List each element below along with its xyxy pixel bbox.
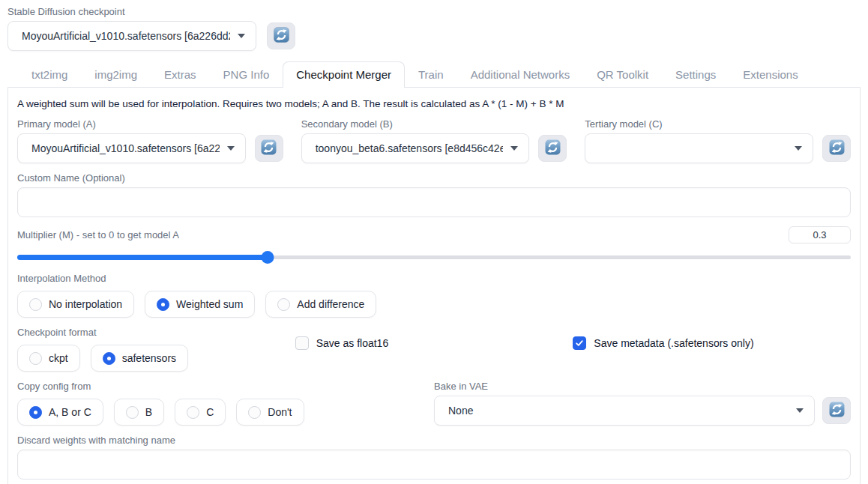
radio-safetensors[interactable]: safetensors <box>91 345 188 372</box>
secondary-model-field: Secondary model (B) toonyou_beta6.safete… <box>301 118 567 163</box>
chevron-down-icon <box>795 146 802 151</box>
primary-model-field: Primary model (A) MoyouArtificial_v1010.… <box>17 118 283 163</box>
secondary-model-label: Secondary model (B) <box>301 118 567 130</box>
radio-label: Add difference <box>297 298 364 310</box>
checkpoint-format-group: Checkpoint format ckpt safetensors <box>17 327 295 372</box>
interpolation-method-group: Interpolation Method No interpolation We… <box>17 273 851 318</box>
radio-label: B <box>145 406 152 418</box>
radio-icon <box>187 406 199 419</box>
tab-extensions[interactable]: Extensions <box>729 61 811 88</box>
checkpoint-format-label: Checkpoint format <box>17 327 295 338</box>
radio-label: A, B or C <box>49 406 91 418</box>
secondary-model-dropdown[interactable]: toonyou_beta6.safetensors [e8d456c42e] <box>301 133 530 163</box>
multiplier-label: Multiplier (M) - set to 0 to get model A <box>17 229 179 241</box>
format-options-row: Checkpoint format ckpt safetensors Save … <box>17 327 851 372</box>
save-float16-wrap: Save as float16 <box>295 327 573 372</box>
bake-in-vae-value: None <box>448 405 789 417</box>
tertiary-model-dropdown[interactable] <box>585 133 813 163</box>
interpolation-method-label: Interpolation Method <box>17 273 851 284</box>
bake-in-vae-field: Bake in VAE None <box>434 381 851 426</box>
tab-qr-toolkit[interactable]: QR Toolkit <box>583 61 662 88</box>
radio-weighted-sum[interactable]: Weighted sum <box>145 291 255 318</box>
chevron-down-icon <box>510 146 518 151</box>
radio-dont[interactable]: Don't <box>236 399 304 426</box>
tab-extras[interactable]: Extras <box>151 61 210 88</box>
tab-txt2img[interactable]: txt2img <box>18 61 81 88</box>
radio-a-b-or-c[interactable]: A, B or C <box>17 399 103 426</box>
radio-checked-icon <box>29 406 42 419</box>
checkbox-checked-icon <box>573 336 586 350</box>
sd-checkpoint-value: MoyouArtificial_v1010.safetensors [6a226… <box>22 30 230 42</box>
radio-label: safetensors <box>122 352 176 364</box>
radio-label: Weighted sum <box>176 298 243 310</box>
radio-add-difference[interactable]: Add difference <box>265 291 376 318</box>
radio-checked-icon <box>157 298 169 311</box>
radio-icon <box>277 298 290 311</box>
checkbox-label: Save metadata (.safetensors only) <box>594 337 753 349</box>
radio-label: Don't <box>268 406 292 418</box>
tab-additional-networks[interactable]: Additional Networks <box>457 61 584 88</box>
sd-checkpoint-label: Stable Diffusion checkpoint <box>7 6 861 17</box>
custom-name-label: Custom Name (Optional) <box>17 172 851 184</box>
radio-icon <box>29 352 42 365</box>
sd-checkpoint-dropdown[interactable]: MoyouArtificial_v1010.safetensors [6a226… <box>7 21 256 51</box>
tab-train[interactable]: Train <box>405 61 457 88</box>
radio-label: C <box>206 406 214 418</box>
slider-fill <box>17 255 268 260</box>
radio-ckpt[interactable]: ckpt <box>17 345 80 372</box>
tertiary-model-field: Tertiary model (C) <box>585 118 851 163</box>
radio-label: ckpt <box>49 352 68 364</box>
primary-model-label: Primary model (A) <box>17 118 283 130</box>
tab-png-info[interactable]: PNG Info <box>210 61 283 88</box>
interpolation-info-text: A weighted sum will be used for interpol… <box>17 98 851 109</box>
slider-handle[interactable] <box>261 251 274 264</box>
tab-settings[interactable]: Settings <box>662 61 729 88</box>
save-metadata-wrap: Save metadata (.safetensors only) <box>573 327 851 372</box>
custom-name-field: Custom Name (Optional) <box>17 172 851 217</box>
refresh-icon <box>274 27 289 45</box>
checkbox-unchecked-icon <box>295 336 309 350</box>
config-vae-row: Copy config from A, B or C B C <box>17 381 851 426</box>
radio-c[interactable]: C <box>175 399 226 426</box>
primary-model-dropdown[interactable]: MoyouArtificial_v1010.safetensors [6a226… <box>17 133 246 163</box>
multiplier-number-input[interactable] <box>789 226 851 243</box>
primary-model-value: MoyouArtificial_v1010.safetensors [6a226… <box>31 142 220 154</box>
secondary-model-value: toonyou_beta6.safetensors [e8d456c42e] <box>316 142 504 154</box>
refresh-icon <box>829 402 845 420</box>
refresh-tertiary-model-button[interactable] <box>822 135 851 162</box>
tab-checkpoint-merger[interactable]: Checkpoint Merger <box>283 61 405 88</box>
refresh-checkpoint-button[interactable] <box>267 22 295 49</box>
checkbox-label: Save as float16 <box>316 337 389 349</box>
radio-icon <box>248 406 261 419</box>
refresh-vae-button[interactable] <box>822 397 851 424</box>
tab-img2img[interactable]: img2img <box>81 61 151 88</box>
refresh-icon <box>545 139 561 157</box>
checkpoint-merger-panel: A weighted sum will be used for interpol… <box>7 87 861 484</box>
main-tabbar: txt2img img2img Extras PNG Info Checkpoi… <box>7 61 861 87</box>
discard-weights-input[interactable] <box>17 450 851 480</box>
custom-name-input[interactable] <box>17 187 851 217</box>
refresh-icon <box>829 139 845 157</box>
copy-config-label: Copy config from <box>17 381 434 392</box>
bake-in-vae-dropdown[interactable]: None <box>434 396 815 426</box>
chevron-down-icon <box>238 34 245 38</box>
multiplier-slider[interactable] <box>17 250 851 264</box>
chevron-down-icon <box>227 146 235 151</box>
discard-weights-field: Discard weights with matching name <box>17 435 851 480</box>
save-float16-checkbox[interactable]: Save as float16 <box>295 336 573 350</box>
save-metadata-checkbox[interactable]: Save metadata (.safetensors only) <box>573 336 851 350</box>
discard-weights-label: Discard weights with matching name <box>17 435 851 446</box>
model-selectors-row: Primary model (A) MoyouArtificial_v1010.… <box>17 118 851 163</box>
multiplier-field: Multiplier (M) - set to 0 to get model A <box>17 226 851 264</box>
checkpoint-merger-page: Stable Diffusion checkpoint MoyouArtific… <box>0 0 868 484</box>
tertiary-model-label: Tertiary model (C) <box>585 118 851 130</box>
bake-in-vae-label: Bake in VAE <box>434 381 851 392</box>
refresh-primary-model-button[interactable] <box>255 135 283 162</box>
refresh-secondary-model-button[interactable] <box>538 135 567 162</box>
radio-no-interpolation[interactable]: No interpolation <box>17 291 134 318</box>
chevron-down-icon <box>796 408 804 413</box>
copy-config-group: Copy config from A, B or C B C <box>17 381 434 426</box>
radio-checked-icon <box>103 352 115 365</box>
radio-b[interactable]: B <box>114 399 164 426</box>
sd-checkpoint-row: MoyouArtificial_v1010.safetensors [6a226… <box>7 21 861 51</box>
